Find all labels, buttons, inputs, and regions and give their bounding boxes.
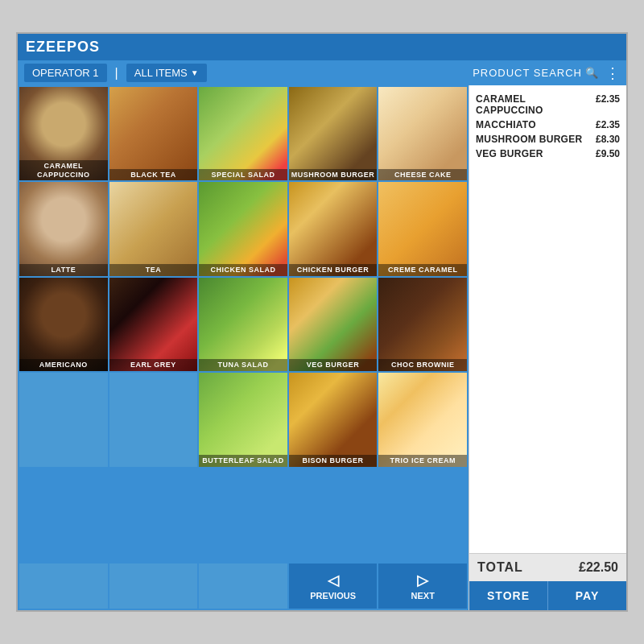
grid-item-choc-brownie[interactable]: CHOC BROWNIE xyxy=(378,278,467,371)
tuna-salad-label: TUNA SALAD xyxy=(199,359,287,371)
earl-grey-image xyxy=(109,278,198,371)
action-buttons: STORE PAY xyxy=(469,581,626,610)
chicken-burger-image xyxy=(289,182,378,275)
order-item-price: £2.35 xyxy=(596,119,620,130)
grid-item-tea[interactable]: TEA xyxy=(109,182,198,275)
caramel-cappuccino-label: CARAMEL CAPPUCCINO xyxy=(19,160,108,181)
nav-empty-2 xyxy=(109,564,198,609)
earl-grey-label: EARL GREY xyxy=(109,359,198,371)
items-grid: CARAMEL CAPPUCCINOBLACK TEASPECIAL SALAD… xyxy=(18,85,469,564)
grid-item-bison-burger[interactable]: BISON BURGER xyxy=(289,373,378,466)
order-item-price: £9.50 xyxy=(596,148,620,159)
grid-item-special-salad[interactable]: SPECIAL SALAD xyxy=(199,87,287,180)
mushroom-burger-image xyxy=(289,87,378,180)
nav-row: ◁ PREVIOUS ▷ NEXT xyxy=(18,564,469,610)
product-search-label: PRODUCT SEARCH 🔍 xyxy=(473,67,599,79)
grid-item-americano[interactable]: AMERICANO xyxy=(19,278,108,371)
next-icon: ▷ xyxy=(417,572,428,589)
order-item-price: £8.30 xyxy=(596,134,620,145)
total-label: TOTAL xyxy=(477,560,523,575)
order-item: MACCHIATO£2.35 xyxy=(476,118,620,132)
right-panel: CARAMEL CAPPUCCINO£2.35MACCHIATO£2.35MUS… xyxy=(469,85,626,610)
order-list: CARAMEL CAPPUCCINO£2.35MACCHIATO£2.35MUS… xyxy=(469,85,626,553)
grid-item-mushroom-burger[interactable]: MUSHROOM BURGER xyxy=(289,87,378,180)
grid-item-caramel-cappuccino[interactable]: CARAMEL CAPPUCCINO xyxy=(19,87,108,180)
grid-item-empty-2 xyxy=(109,373,198,466)
grid-item-black-tea[interactable]: BLACK TEA xyxy=(109,87,198,180)
choc-brownie-image xyxy=(378,278,467,371)
grid-item-creme-caramel[interactable]: CREME CARAMEL xyxy=(378,182,467,275)
veg-burger-image xyxy=(289,278,378,371)
trio-ice-cream-image xyxy=(378,373,467,466)
all-items-label: ALL ITEMS xyxy=(134,67,188,79)
americano-label: AMERICANO xyxy=(19,359,108,371)
chicken-salad-image xyxy=(199,182,287,275)
grid-item-veg-burger[interactable]: VEG BURGER xyxy=(289,278,378,371)
order-item-name: MUSHROOM BURGER xyxy=(476,134,583,145)
choc-brownie-label: CHOC BROWNIE xyxy=(378,359,467,371)
grid-item-chicken-salad[interactable]: CHICKEN SALAD xyxy=(199,182,287,275)
tea-image xyxy=(109,182,198,275)
app-title: EZEEPOS xyxy=(26,39,100,55)
main-content: CARAMEL CAPPUCCINOBLACK TEASPECIAL SALAD… xyxy=(18,85,626,610)
toolbar-right: PRODUCT SEARCH 🔍 ⋮ xyxy=(473,64,620,82)
trio-ice-cream-label: TRIO ICE CREAM xyxy=(378,455,467,467)
latte-label: LATTE xyxy=(19,264,108,276)
latte-image xyxy=(19,182,108,275)
grid-item-tuna-salad[interactable]: TUNA SALAD xyxy=(199,278,287,371)
order-item-name: MACCHIATO xyxy=(476,119,536,130)
nav-empty-1 xyxy=(19,564,108,609)
creme-caramel-image xyxy=(378,182,467,275)
americano-image xyxy=(19,278,108,371)
bison-burger-image xyxy=(289,373,378,466)
creme-caramel-label: CREME CARAMEL xyxy=(378,264,467,276)
previous-button[interactable]: ◁ PREVIOUS xyxy=(289,564,378,609)
nav-empty-3 xyxy=(199,564,287,609)
order-item-name: VEG BURGER xyxy=(476,148,543,159)
special-salad-image xyxy=(199,87,287,180)
dropdown-arrow-icon: ▼ xyxy=(191,68,199,77)
chicken-salad-label: CHICKEN SALAD xyxy=(199,264,287,276)
tea-label: TEA xyxy=(109,264,198,276)
grid-item-chicken-burger[interactable]: CHICKEN BURGER xyxy=(289,182,378,275)
bison-burger-label: BISON BURGER xyxy=(289,455,378,467)
order-item-name: CARAMEL CAPPUCCINO xyxy=(476,93,596,116)
pos-container: EZEEPOS OPERATOR 1 | ALL ITEMS ▼ PRODUCT… xyxy=(16,32,628,612)
kebab-menu-button[interactable]: ⋮ xyxy=(605,64,620,82)
product-search-text: PRODUCT SEARCH xyxy=(473,67,582,79)
special-salad-label: SPECIAL SALAD xyxy=(199,169,287,181)
previous-icon: ◁ xyxy=(328,572,339,589)
previous-label: PREVIOUS xyxy=(310,591,356,601)
grid-item-earl-grey[interactable]: EARL GREY xyxy=(109,278,198,371)
grid-panel: CARAMEL CAPPUCCINOBLACK TEASPECIAL SALAD… xyxy=(18,85,469,610)
mushroom-burger-label: MUSHROOM BURGER xyxy=(289,169,378,181)
veg-burger-label: VEG BURGER xyxy=(289,359,378,371)
grid-item-cheese-cake[interactable]: CHEESE CAKE xyxy=(378,87,467,180)
grid-item-latte[interactable]: LATTE xyxy=(19,182,108,275)
store-button[interactable]: STORE xyxy=(469,581,548,610)
black-tea-label: BLACK TEA xyxy=(109,169,198,181)
tuna-salad-image xyxy=(199,278,287,371)
pay-button[interactable]: PAY xyxy=(548,581,626,610)
grid-item-trio-ice-cream[interactable]: TRIO ICE CREAM xyxy=(378,373,467,466)
next-label: NEXT xyxy=(411,591,435,601)
order-item: CARAMEL CAPPUCCINO£2.35 xyxy=(476,92,620,118)
toolbar: OPERATOR 1 | ALL ITEMS ▼ PRODUCT SEARCH … xyxy=(18,60,626,85)
total-amount: £22.50 xyxy=(579,560,618,575)
black-tea-image xyxy=(109,87,198,180)
cheese-cake-label: CHEESE CAKE xyxy=(378,169,467,181)
toolbar-separator: | xyxy=(115,66,118,80)
order-item-price: £2.35 xyxy=(596,93,620,116)
operator-button[interactable]: OPERATOR 1 xyxy=(24,64,107,82)
grid-item-empty-1 xyxy=(19,373,108,466)
butterleaf-salad-label: BUTTERLEAF SALAD xyxy=(199,455,287,467)
grid-item-butterleaf-salad[interactable]: BUTTERLEAF SALAD xyxy=(199,373,287,466)
search-icon: 🔍 xyxy=(585,67,599,79)
total-row: TOTAL £22.50 xyxy=(469,553,626,581)
next-button[interactable]: ▷ NEXT xyxy=(378,564,467,609)
cheese-cake-image xyxy=(378,87,467,180)
chicken-burger-label: CHICKEN BURGER xyxy=(289,264,378,276)
butterleaf-salad-image xyxy=(199,373,287,466)
all-items-button[interactable]: ALL ITEMS ▼ xyxy=(126,64,207,82)
app-header: EZEEPOS xyxy=(18,34,626,60)
